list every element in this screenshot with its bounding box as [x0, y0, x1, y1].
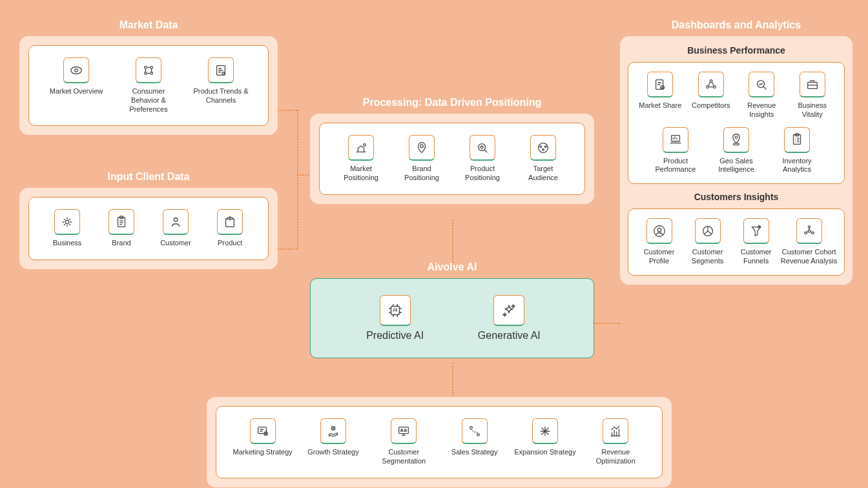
path-icon	[462, 418, 488, 444]
brand-positioning-item: Brand Positioning	[397, 135, 447, 183]
report-icon	[208, 57, 234, 83]
aivolve-ai-title: Aivolve AI	[310, 261, 594, 273]
laptop-stats-icon	[663, 127, 688, 153]
competitors-item: Competitors	[687, 72, 736, 119]
strategy-group: Marketing Strategy Growth Strategy Custo…	[207, 397, 672, 487]
clipboard-list-icon	[784, 127, 810, 153]
geo-sales-item: Geo Sales Intelligence	[712, 127, 761, 175]
input-client-data-title: Input Client Data	[19, 171, 278, 183]
product-item: Product	[205, 209, 255, 248]
briefcase-icon	[800, 72, 825, 97]
target-people-icon	[530, 135, 556, 161]
revenue-insights-item: Revenue Insights	[737, 72, 786, 119]
customer-item: Customer	[150, 209, 201, 248]
user-circle-icon	[646, 218, 672, 244]
expand-icon	[532, 418, 558, 444]
magnify-chart-icon	[749, 72, 774, 97]
doc-check-icon	[647, 72, 673, 97]
aivolve-ai-group: Aivolve AI Predictive AI Generative AI	[310, 261, 594, 358]
gear-icon	[54, 209, 80, 235]
revenue-optimization-item: Revenue Optimization	[583, 418, 648, 466]
target-audience-item: Target Audience	[518, 135, 568, 183]
hand-coin-icon	[320, 418, 346, 444]
customer-profile-item: Customer Profile	[635, 218, 683, 266]
geo-pin-icon	[723, 127, 749, 153]
box-icon	[217, 209, 243, 235]
magnify-gear-icon	[470, 135, 495, 161]
business-item: Business	[42, 209, 92, 248]
inventory-analytics-item: Inventory Analytics	[772, 127, 822, 175]
customers-insights-title: Customers Insights	[628, 192, 845, 202]
customer-funnels-item: Customer Funnels	[732, 218, 780, 266]
sparkles-icon	[493, 295, 524, 326]
funnel-icon	[743, 218, 769, 244]
product-positioning-item: Product Positioning	[457, 135, 508, 183]
product-trends-item: Product Trends & Channels	[192, 57, 249, 114]
cohort-icon	[796, 218, 822, 244]
brand-item: Brand	[96, 209, 147, 248]
product-performance-item: Product Performance	[651, 127, 700, 175]
generative-ai-item: Generative AI	[464, 295, 554, 341]
marketing-strategy-item: Marketing Strategy	[231, 418, 295, 466]
business-performance-title: Business Performance	[628, 45, 845, 56]
dashboards-title: Dashboards and Analytics	[620, 19, 852, 31]
grid-people-icon	[136, 57, 161, 83]
consumer-behavior-item: Consumer Behavior & Preferences	[120, 57, 177, 114]
market-share-item: Market Share	[636, 72, 685, 119]
market-positioning-item: Market Positioning	[336, 135, 386, 183]
customer-segments-item: Customer Segments	[683, 218, 732, 266]
input-client-data-group: Input Client Data Business Brand Custome…	[19, 171, 278, 269]
processing-title: Processing: Data Driven Positioning	[310, 97, 594, 108]
market-pos-icon	[348, 135, 374, 161]
market-data-group: Market Data Market Overview Consumer Beh…	[19, 19, 278, 135]
market-data-title: Market Data	[19, 19, 278, 31]
business-vitality-item: Business Vitality	[788, 72, 837, 119]
pin-shield-icon	[409, 135, 435, 161]
sales-strategy-item: Sales Strategy	[442, 418, 507, 466]
ai-chip-icon	[380, 295, 411, 326]
customer-cohort-item: Customer Cohort Revenue Analysis	[780, 218, 838, 266]
customer-segmentation-item: Customer Segmentation	[371, 418, 436, 466]
clipboard-icon	[108, 209, 134, 235]
market-overview-item: Market Overview	[48, 57, 105, 114]
bar-chart-icon	[603, 418, 628, 444]
network-nodes-icon	[698, 72, 724, 97]
pie-users-icon	[695, 218, 721, 244]
dashboards-group: Dashboards and Analytics Business Perfor…	[620, 19, 852, 285]
growth-strategy-item: Growth Strategy	[301, 418, 366, 466]
eye-icon	[63, 57, 89, 83]
processing-group: Processing: Data Driven Positioning Mark…	[310, 97, 594, 204]
screen-people-icon	[391, 418, 417, 444]
doc-target-icon	[250, 418, 276, 444]
expansion-strategy-item: Expansion Strategy	[513, 418, 577, 466]
person-icon	[163, 209, 189, 235]
predictive-ai-item: Predictive AI	[350, 295, 440, 341]
